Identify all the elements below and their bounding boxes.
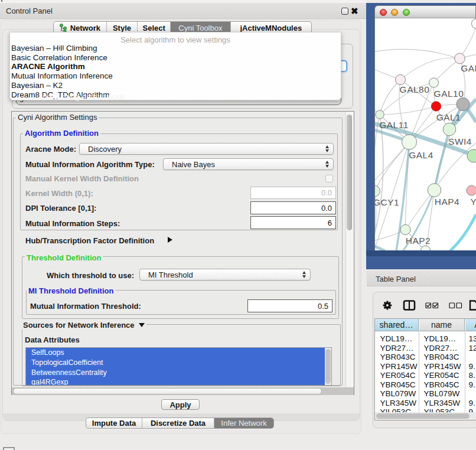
svg-text:GAL4: GAL4 xyxy=(409,150,433,160)
svg-text:GAL80: GAL80 xyxy=(400,84,430,94)
svg-text:GAL1: GAL1 xyxy=(436,112,461,122)
svg-text:GAL10: GAL10 xyxy=(434,89,464,99)
svg-text:YJ: YJ xyxy=(470,197,476,207)
svg-text:GAL7: GAL7 xyxy=(461,63,476,73)
svg-text:HAP4: HAP4 xyxy=(435,197,460,207)
svg-text:HAP2: HAP2 xyxy=(406,236,431,246)
svg-text:GCY1: GCY1 xyxy=(375,197,399,207)
svg-text:SWI4: SWI4 xyxy=(448,136,472,146)
svg-text:GAL11: GAL11 xyxy=(379,120,409,130)
